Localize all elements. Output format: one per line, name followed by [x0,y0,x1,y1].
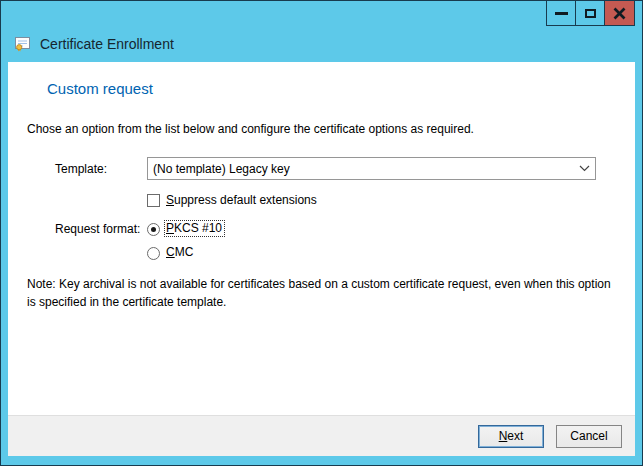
dialog-content: Custom request Chose an option from the … [8,62,635,456]
radio-pkcs10-label[interactable]: PKCS #10 [165,221,224,236]
maximize-button[interactable] [575,1,605,26]
minimize-icon [555,12,568,15]
certificate-icon [14,36,31,52]
template-label: Template: [55,162,107,176]
suppress-extensions-label[interactable]: Suppress default extensions [166,193,317,207]
radio-cmc[interactable] [147,247,160,260]
cancel-button[interactable]: Cancel [556,425,622,448]
certificate-enrollment-window: Certificate Enrollment Custom request Ch… [0,0,643,466]
close-icon [613,7,626,20]
chevron-down-icon[interactable] [573,165,595,172]
radio-cmc-label[interactable]: CMC [166,245,193,259]
page-title: Custom request [47,80,153,97]
template-dropdown[interactable]: (No template) Legacy key [147,157,596,180]
titlebar: Certificate Enrollment [14,36,174,52]
radio-pkcs10[interactable] [147,223,160,236]
next-button[interactable]: Next [478,425,544,448]
window-controls [547,1,635,26]
minimize-button[interactable] [546,1,576,26]
window-title: Certificate Enrollment [40,36,174,52]
close-button[interactable] [604,1,635,26]
button-strip: Next Cancel [8,415,635,456]
maximize-icon [585,9,596,18]
note-text: Note: Key archival is not available for … [27,275,615,311]
template-selected-value: (No template) Legacy key [153,162,573,176]
request-format-label: Request format: [55,222,140,236]
intro-text: Chose an option from the list below and … [27,122,474,136]
wizard-page: Custom request Chose an option from the … [8,62,635,415]
suppress-extensions-checkbox[interactable] [147,194,160,207]
